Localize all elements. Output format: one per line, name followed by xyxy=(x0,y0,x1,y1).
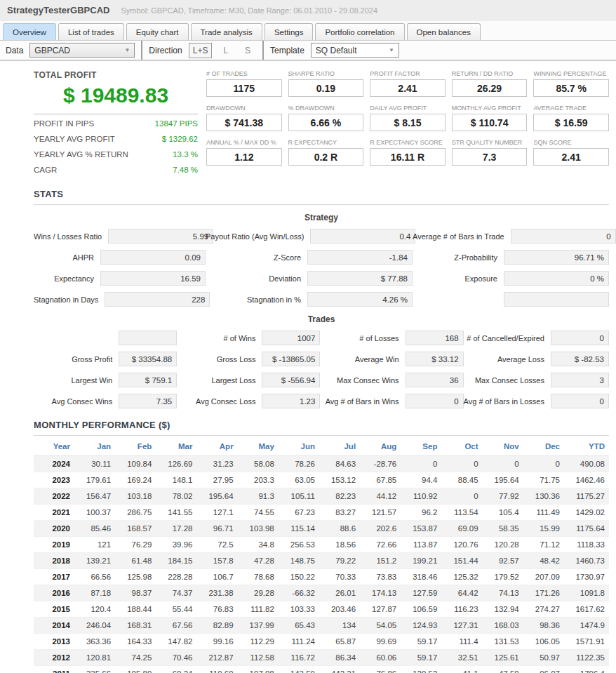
monthly-value: 195.64 xyxy=(483,472,523,488)
monthly-value: 76.29 xyxy=(115,537,156,553)
stat-average-loss: Average Loss$ -82.53 xyxy=(464,352,609,366)
stat-value: $ 759.1 xyxy=(119,373,177,387)
monthly-value: 99.16 xyxy=(196,634,237,650)
monthly-value: 195.64 xyxy=(196,488,237,505)
trades-stats-grid: # of Wins1007# of Losses168# of Cancelle… xyxy=(34,331,609,408)
metric-value: $ 8.15 xyxy=(370,114,446,131)
title-bar: StrategyTesterGBPCAD Symbol: GBPCAD, Tim… xyxy=(0,0,616,21)
monthly-column-ytd: YTD xyxy=(564,437,609,456)
strategy-stats-grid: Wins / Losses Ratio5.99Payout Ratio (Avg… xyxy=(34,229,609,307)
monthly-value: 231.38 xyxy=(196,585,237,601)
monthly-value: 106.05 xyxy=(523,634,564,650)
stat-payout-ratio-avg-win-loss: Payout Ratio (Avg Win/Loss)0.4 xyxy=(206,229,413,244)
monthly-column-apr: Apr xyxy=(196,437,237,456)
monthly-value: 212.87 xyxy=(196,650,237,666)
monthly-year: 2023 xyxy=(34,472,74,488)
tab-equity-chart[interactable]: Equity chart xyxy=(126,23,189,40)
metric-value: 6.66 % xyxy=(288,114,364,131)
stat-value: $ -82.53 xyxy=(551,352,609,366)
monthly-value: 82.89 xyxy=(196,618,237,634)
toolbar: Data GBPCAD ▼ Direction L+SLS Template S… xyxy=(0,41,616,61)
metrics-grid: # OF TRADES1175SHARPE RATIO0.19PROFIT FA… xyxy=(206,70,609,176)
stat-label: Average Win xyxy=(320,355,405,364)
monthly-value: 111.82 xyxy=(238,601,279,618)
monthly-value: 72.66 xyxy=(360,537,401,553)
monthly-table-body: 202430.11109.84126.6931.2358.0878.2684.6… xyxy=(34,456,609,673)
metric-label: STR QUALITY NUMBER xyxy=(452,139,528,146)
tab-bar: OverviewList of tradesEquity chartTrade … xyxy=(0,21,616,41)
monthly-value: 73.83 xyxy=(360,569,401,585)
stat-value xyxy=(504,292,609,307)
monthly-value: 124.93 xyxy=(401,618,441,634)
tab-overview[interactable]: Overview xyxy=(3,23,56,40)
monthly-value: 127.59 xyxy=(401,585,441,601)
monthly-value: 88.45 xyxy=(441,472,482,488)
metric-value: 1.12 xyxy=(206,148,282,166)
monthly-value: 91.3 xyxy=(238,488,279,505)
monthly-value: 27.95 xyxy=(196,472,237,488)
stat-of-losses: # of Losses168 xyxy=(320,331,463,345)
monthly-value: 69.09 xyxy=(441,521,482,537)
stat-avg-of-bars-in-losses: Avg # of Bars in Losses0 xyxy=(464,394,609,408)
monthly-value: 147.82 xyxy=(156,634,196,650)
direction-option-l[interactable]: L xyxy=(217,44,234,58)
data-select[interactable]: GBPCAD ▼ xyxy=(29,43,135,58)
stat-ahpr: AHPR0.09 xyxy=(34,250,206,265)
stat-value: 0 xyxy=(551,394,609,408)
detail-label: YEARLY AVG % RETURN xyxy=(34,149,128,161)
monthly-year: 2012 xyxy=(34,650,74,666)
metric-value: 85.7 % xyxy=(533,79,609,97)
tab-settings[interactable]: Settings xyxy=(265,23,314,40)
monthly-value: 156.47 xyxy=(74,488,115,505)
monthly-value: 94.4 xyxy=(401,472,441,488)
stat-value: 0 xyxy=(406,394,464,408)
monthly-value: 18.56 xyxy=(319,537,360,553)
monthly-value: 58.35 xyxy=(483,521,523,537)
metric-value: 0.19 xyxy=(288,79,364,97)
stat-stagnation-in: Stagnation in %4.26 % xyxy=(206,292,413,307)
monthly-value: 120.81 xyxy=(74,650,115,666)
monthly-table-head: YearJanFebMarAprMayJunJulAugSepOctNovDec… xyxy=(34,437,609,456)
metric-drawdown: % DRAWDOWN6.66 % xyxy=(288,105,364,131)
monthly-value: 174.13 xyxy=(360,585,401,601)
monthly-value: 119.69 xyxy=(196,666,237,673)
monthly-column-mar: Mar xyxy=(156,437,196,456)
monthly-value: 78.68 xyxy=(238,569,279,585)
monthly-column-feb: Feb xyxy=(115,437,156,456)
monthly-row-2019: 201912176.2939.9672.534.8256.5318.5672.6… xyxy=(34,537,609,553)
monthly-value: 0 xyxy=(441,456,482,472)
stat-wins-losses-ratio: Wins / Losses Ratio5.99 xyxy=(34,229,206,244)
monthly-column-year: Year xyxy=(34,437,74,456)
stat-avg-of-bars-in-wins: Avg # of Bars in Wins0 xyxy=(320,394,463,408)
monthly-value: 125.61 xyxy=(483,650,523,666)
stat-value: 0 % xyxy=(504,271,609,286)
stat-value: 1007 xyxy=(262,331,320,345)
metric-return-dd-ratio: RETURN / DD RATIO26.29 xyxy=(452,70,528,97)
metric-str-quality-number: STR QUALITY NUMBER7.3 xyxy=(452,139,528,166)
tab-portfolio-correlation[interactable]: Portfolio correlation xyxy=(315,23,404,40)
monthly-value: 141.55 xyxy=(156,505,196,521)
stat-label: Stagnation in Days xyxy=(34,295,105,304)
stat-label: Z-Probability xyxy=(413,253,504,262)
stat-average-of-bars-in-trade: Average # of Bars in Trade0 xyxy=(413,229,609,244)
stat-largest-win: Largest Win$ 759.1 xyxy=(34,373,177,387)
metric-value: 16.11 R xyxy=(370,148,446,166)
template-select[interactable]: SQ Default ▼ xyxy=(311,43,399,58)
monthly-value: 168.57 xyxy=(115,521,156,537)
monthly-value: 0 xyxy=(441,488,482,505)
tab-trade-analysis[interactable]: Trade analysis xyxy=(191,23,262,40)
monthly-performance-table: YearJanFebMarAprMayJunJulAugSepOctNovDec… xyxy=(34,437,609,673)
total-profit-details: PROFIT IN PIPS13847 PIPSYEARLY AVG PROFI… xyxy=(34,114,198,176)
stat-value: 0.4 xyxy=(310,229,415,244)
direction-option-s[interactable]: S xyxy=(239,44,256,58)
monthly-value: 79.22 xyxy=(319,553,360,569)
monthly-value: 150.22 xyxy=(279,569,319,585)
stat-gross-profit: Gross Profit$ 33354.88 xyxy=(34,352,177,366)
tab-open-balances[interactable]: Open balances xyxy=(407,23,481,40)
direction-option-l-s[interactable]: L+S xyxy=(189,43,213,58)
monthly-value: 153.12 xyxy=(319,472,360,488)
detail-value: 13.3 % xyxy=(173,149,198,161)
monthly-value: 179.61 xyxy=(74,472,115,488)
tab-list-of-trades[interactable]: List of trades xyxy=(58,23,124,40)
metric-sqn-score: SQN SCORE2.41 xyxy=(533,139,609,166)
